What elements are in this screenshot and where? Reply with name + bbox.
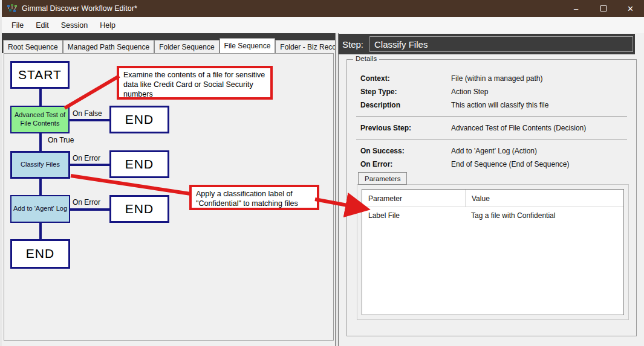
menu-edit[interactable]: Edit xyxy=(30,19,55,32)
divider xyxy=(356,116,627,117)
detail-row-context: Context: File (within a managed path) xyxy=(360,72,626,85)
node-start[interactable]: START xyxy=(10,61,70,89)
edge-label-on-error-2: On Error xyxy=(73,198,100,207)
detail-label: On Success: xyxy=(360,147,451,155)
value-cell: Tag a file with Confidential xyxy=(465,207,623,223)
detail-value: File (within a managed path) xyxy=(451,74,626,83)
parameters-tab-page: Parameter Value Label File Tag a file wi… xyxy=(357,184,629,320)
menu-session[interactable]: Session xyxy=(55,19,94,32)
minimize-button[interactable]: – xyxy=(562,0,590,17)
details-groupbox: Details Context: File (within a managed … xyxy=(346,59,637,336)
connector-classify-agentlog xyxy=(39,179,42,195)
callout-decision-note: Examine the contents of a file for sensi… xyxy=(117,66,273,100)
divider xyxy=(356,139,627,140)
parameter-cell: Label File xyxy=(362,207,465,223)
titlebar: Gimmal Discover Workflow Editor* – ✕ xyxy=(2,0,644,17)
step-label: Step: xyxy=(342,39,363,50)
close-button[interactable]: ✕ xyxy=(617,0,644,17)
node-end-final[interactable]: END xyxy=(10,239,70,269)
detail-label: On Error: xyxy=(360,160,451,168)
detail-row-previous-step: Previous Step: Advanced Test of File Con… xyxy=(360,121,626,135)
column-header-parameter: Parameter xyxy=(362,190,465,207)
parameters-table-header: Parameter Value xyxy=(362,190,623,207)
sequence-tabstrip: Root Sequence Managed Path Sequence Fold… xyxy=(2,33,335,53)
node-add-to-agent-log[interactable]: Add to 'Agent' Log xyxy=(10,195,70,223)
edge-label-on-true: On True xyxy=(48,136,74,144)
close-icon: ✕ xyxy=(627,4,634,13)
details-pane: Step: Classify Files Details Context: Fi… xyxy=(339,33,644,346)
detail-label: Description xyxy=(360,101,451,109)
detail-value: Advanced Test of File Contents (Decision… xyxy=(451,124,626,132)
connector-onerror2-end xyxy=(70,208,109,211)
details-legend: Details xyxy=(353,55,379,62)
menu-help[interactable]: Help xyxy=(94,19,122,32)
detail-label: Step Type: xyxy=(360,88,451,96)
tab-parameters[interactable]: Parameters xyxy=(358,172,407,185)
menubar: File Edit Session Help xyxy=(2,17,644,33)
detail-value: Action Step xyxy=(451,88,626,96)
tab-folder-sequence[interactable]: Folder Sequence xyxy=(154,40,219,53)
detail-row-on-success: On Success: Add to 'Agent' Log (Action) xyxy=(360,144,626,158)
app-icon xyxy=(7,4,18,13)
detail-value: End of Sequence (End of Sequence) xyxy=(451,160,626,168)
connector-start-decision xyxy=(39,89,42,106)
connector-onerror1-end xyxy=(70,164,109,166)
detail-value: This action will classify this file xyxy=(451,101,626,109)
step-header: Step: Classify Files xyxy=(339,34,635,54)
parameters-section: Parameters Parameter Value Label File Ta… xyxy=(357,172,629,320)
tab-file-sequence[interactable]: File Sequence xyxy=(220,38,276,53)
main-area: Root Sequence Managed Path Sequence Fold… xyxy=(2,33,644,346)
connector-decision-classify xyxy=(39,133,42,151)
maximize-button[interactable] xyxy=(590,0,617,17)
detail-label: Previous Step: xyxy=(360,124,451,132)
table-row[interactable]: Label File Tag a file with Confidential xyxy=(362,207,623,223)
parameters-table[interactable]: Parameter Value Label File Tag a file wi… xyxy=(362,189,624,315)
node-end-onfalse[interactable]: END xyxy=(109,106,169,133)
detail-label: Context: xyxy=(360,74,451,83)
step-name-field[interactable]: Classify Files xyxy=(369,36,633,52)
tab-root-sequence[interactable]: Root Sequence xyxy=(3,40,63,53)
menu-file[interactable]: File xyxy=(5,19,30,32)
node-end-onerror-2[interactable]: END xyxy=(109,195,169,223)
node-end-onerror-1[interactable]: END xyxy=(109,150,169,178)
detail-row-on-error: On Error: End of Sequence (End of Sequen… xyxy=(360,158,626,171)
maximize-icon xyxy=(600,5,607,11)
connector-onfalse-end xyxy=(70,119,109,121)
detail-row-step-type: Step Type: Action Step xyxy=(360,85,626,98)
tab-managed-path-sequence[interactable]: Managed Path Sequence xyxy=(63,40,154,53)
app-window: Gimmal Discover Workflow Editor* – ✕ Fil… xyxy=(0,0,644,346)
window-title: Gimmal Discover Workflow Editor* xyxy=(22,4,137,13)
node-classify-files[interactable]: Classify Files xyxy=(10,151,70,179)
minimize-icon: – xyxy=(574,4,578,13)
detail-row-description: Description This action will classify th… xyxy=(360,98,626,112)
callout-classify-note: Apply a classification label of "Confide… xyxy=(189,185,319,210)
workflow-pane: Root Sequence Managed Path Sequence Fold… xyxy=(2,33,335,346)
detail-value: Add to 'Agent' Log (Action) xyxy=(451,147,626,155)
column-header-value: Value xyxy=(465,190,623,207)
edge-label-on-false: On False xyxy=(73,109,102,118)
edge-label-on-error-1: On Error xyxy=(73,154,100,162)
connector-agentlog-end xyxy=(39,223,42,239)
node-advanced-test[interactable]: Advanced Test of File Contents xyxy=(10,106,70,133)
workflow-canvas[interactable]: On False On True On Error On Error START… xyxy=(4,53,334,341)
